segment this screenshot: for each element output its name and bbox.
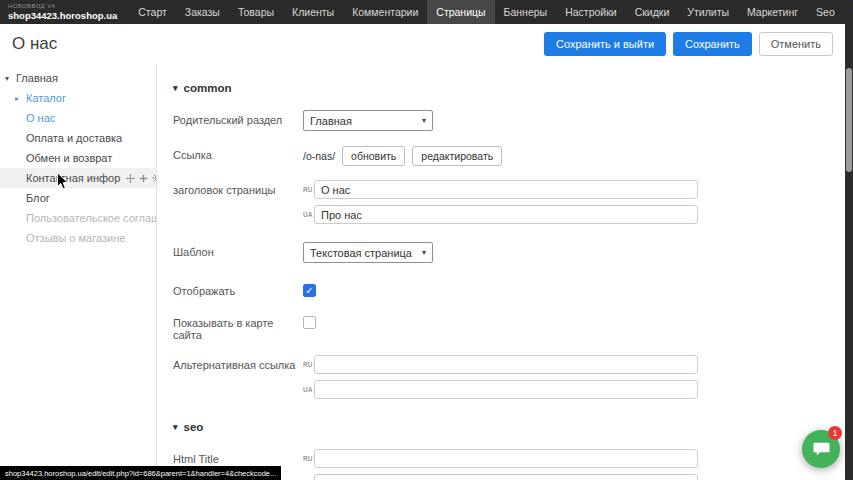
chevron-down-icon: ▾ [422, 116, 426, 125]
pages-tree-sidebar: ▾ Главная ▸ Каталог О нас Оплата и доста… [0, 64, 157, 480]
caret-down-icon[interactable]: ▾ [5, 74, 16, 83]
display-label: Отображать [173, 281, 303, 297]
tree-item-label: Оплата и доставка [26, 132, 122, 144]
menu-zakazy[interactable]: Заказы [176, 0, 229, 24]
link-label: Ссылка [173, 145, 303, 166]
page-title-row: заголовок страницы RU UA [173, 180, 831, 224]
parent-section-select[interactable]: Главная ▾ [303, 110, 433, 131]
alt-link-label: Альтернативная ссылка [173, 355, 303, 399]
sitemap-label: Показывать в карте сайта [173, 313, 303, 341]
tree-item-label: Главная [16, 72, 58, 84]
sidebar-item-kontaktnaya-infor[interactable]: Контактная инфор [0, 168, 156, 188]
parent-section-label: Родительский раздел [173, 110, 303, 131]
lang-tag-ua: UA [303, 211, 314, 218]
chevron-down-icon: ▾ [422, 248, 426, 257]
caret-right-icon[interactable]: ▸ [15, 94, 26, 103]
template-row: Шаблон Текстовая страница ▾ [173, 242, 831, 263]
menu-stranicy[interactable]: Страницы [427, 0, 494, 24]
page-title-label: заголовок страницы [173, 180, 303, 224]
section-common-toggle[interactable]: ▾ common [173, 82, 831, 94]
caret-down-icon: ▾ [173, 83, 178, 93]
menu-otchety[interactable]: Отчеты [844, 0, 853, 24]
sidebar-item-obmen-i-vozvrat[interactable]: Обмен и возврат [0, 148, 156, 168]
main-menu: Старт Заказы Товары Клиенты Комментарии … [129, 0, 853, 24]
sidebar-item-o-nas[interactable]: О нас [0, 108, 156, 128]
chat-bubble-icon [813, 441, 830, 457]
sitemap-checkbox[interactable] [303, 316, 316, 329]
save-button[interactable]: Сохранить [673, 32, 752, 56]
page-title-ua-input[interactable] [314, 205, 698, 224]
page-edit-form: ▾ common Родительский раздел Главная ▾ С… [157, 64, 845, 480]
admin-window: НОВОВВОД V4 shop34423.horoshop.ua Старт … [0, 0, 853, 480]
topbar: НОВОВВОД V4 shop34423.horoshop.ua Старт … [0, 0, 853, 24]
cancel-button[interactable]: Отменить [759, 32, 833, 56]
sidebar-item-glavnaya[interactable]: ▾ Главная [0, 68, 156, 88]
edit-link-button[interactable]: редактировать [412, 146, 502, 166]
link-row: Ссылка /o-nas/ обновить редактировать [173, 145, 831, 166]
html-title-ru-input[interactable] [314, 449, 698, 468]
menu-seo[interactable]: Seo [807, 0, 844, 24]
alt-link-ua-input[interactable] [314, 380, 698, 399]
menu-tovary[interactable]: Товары [229, 0, 283, 24]
template-label: Шаблон [173, 242, 303, 263]
tree-item-label: Контактная инфор [26, 172, 120, 184]
sidebar-item-oplata-i-dostavka[interactable]: Оплата и доставка [0, 128, 156, 148]
sidebar-item-polzovatelskoe-soglashenie[interactable]: Пользовательское соглашение [0, 208, 156, 228]
add-page-icon[interactable] [139, 174, 148, 183]
lang-tag-ru: RU [303, 455, 314, 462]
template-select[interactable]: Текстовая страница ▾ [303, 242, 433, 263]
link-preview-statusbar: shop34423.horoshop.ua/edit/edit.php?id=6… [0, 466, 281, 480]
logo-version: НОВОВВОД V4 [8, 3, 117, 9]
display-checkbox[interactable] [303, 284, 316, 297]
tree-item-label: О нас [26, 112, 55, 124]
html-title-label: Html Title [173, 453, 303, 465]
chat-notification-badge: 1 [828, 426, 842, 440]
tree-item-label: Отзывы о магазине [26, 232, 125, 244]
sidebar-item-blog[interactable]: Блог [0, 188, 156, 208]
alt-link-ru-input[interactable] [314, 355, 698, 374]
menu-skidki[interactable]: Скидки [626, 0, 679, 24]
select-value: Текстовая страница [310, 247, 412, 259]
refresh-link-button[interactable]: обновить [342, 146, 405, 166]
section-common-title: common [184, 82, 232, 94]
logo-domain: shop34423.horoshop.ua [8, 11, 117, 21]
chat-widget-button[interactable]: 1 [802, 430, 840, 468]
menu-nastroyki[interactable]: Настройки [556, 0, 626, 24]
select-value: Главная [310, 115, 352, 127]
drag-icon[interactable] [126, 174, 135, 183]
section-seo-title: seo [184, 421, 204, 433]
caret-down-icon: ▾ [173, 422, 178, 432]
sitemap-row: Показывать в карте сайта [173, 313, 831, 341]
menu-bannery[interactable]: Баннеры [495, 0, 557, 24]
scrollbar-thumb[interactable] [846, 68, 852, 172]
tree-item-label: Каталог [26, 92, 66, 104]
tree-item-label: Пользовательское соглашение [26, 212, 156, 224]
page-title: О нас [12, 34, 57, 54]
html-title-ua-input[interactable] [314, 474, 698, 480]
scrollbar-track[interactable] [845, 0, 853, 480]
tree-item-label: Обмен и возврат [26, 152, 112, 164]
gear-icon[interactable] [152, 173, 156, 183]
menu-kommentarii[interactable]: Комментарии [343, 0, 427, 24]
lang-tag-ru: RU [303, 186, 314, 193]
menu-start[interactable]: Старт [129, 0, 176, 24]
menu-marketing[interactable]: Маркетинг [738, 0, 807, 24]
page-title-ru-input[interactable] [314, 180, 698, 199]
sidebar-item-katalog[interactable]: ▸ Каталог [0, 88, 156, 108]
sidebar-item-otzyvy-o-magazine[interactable]: Отзывы о магазине [0, 228, 156, 248]
tree-item-label: Блог [26, 192, 50, 204]
parent-section-row: Родительский раздел Главная ▾ [173, 110, 831, 131]
menu-utility[interactable]: Утилиты [678, 0, 738, 24]
section-seo-toggle[interactable]: ▾ seo [173, 421, 831, 433]
alt-link-row: Альтернативная ссылка RU UA [173, 355, 831, 399]
display-row: Отображать [173, 281, 831, 297]
lang-tag-ua: UA [303, 386, 314, 393]
menu-klienty[interactable]: Клиенты [283, 0, 343, 24]
save-and-exit-button[interactable]: Сохранить и выйти [544, 32, 666, 56]
status-url: shop34423.horoshop.ua/edit/edit.php?id=6… [5, 469, 276, 478]
lang-tag-ru: RU [303, 361, 314, 368]
page-header: О нас Сохранить и выйти Сохранить Отмени… [0, 24, 845, 64]
logo[interactable]: НОВОВВОД V4 shop34423.horoshop.ua [0, 3, 129, 21]
page-url-value: /o-nas/ [303, 150, 335, 162]
